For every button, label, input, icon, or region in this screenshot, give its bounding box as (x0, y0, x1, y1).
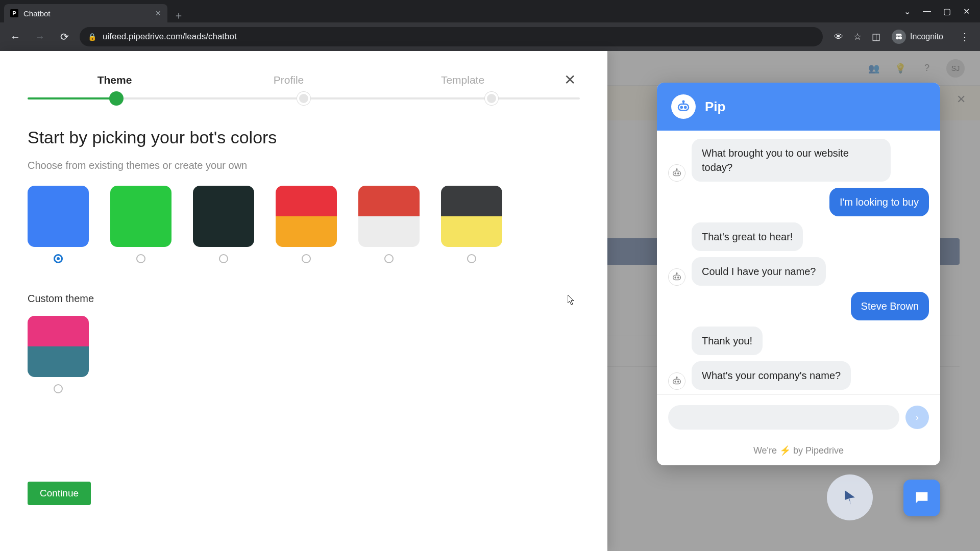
tab-title: Chatbot (23, 9, 150, 18)
chat-input-row: › (657, 394, 940, 440)
custom-theme-row (28, 316, 580, 393)
chat-message-row: Steve Brown (668, 292, 929, 320)
back-button[interactable]: ← (6, 28, 24, 46)
bot-message: What's your company's name? (692, 361, 851, 390)
preset-theme-option-3[interactable] (276, 186, 337, 263)
svg-rect-12 (673, 275, 681, 280)
url-text: uifeed.pipedrive.com/leads/chatbot (103, 32, 237, 42)
svg-point-14 (678, 277, 679, 278)
svg-point-8 (675, 173, 676, 174)
stepper-step-profile[interactable]: Profile (202, 74, 376, 86)
chat-footer: We're ⚡ by Pipedrive (657, 440, 940, 465)
close-tab-icon[interactable]: ✕ (155, 9, 161, 17)
browser-menu-icon[interactable]: ⋮ (955, 28, 974, 46)
theme-radio[interactable] (219, 254, 228, 263)
window-controls: ⌄ — ▢ ✕ (904, 0, 980, 22)
address-bar[interactable]: 🔒 uifeed.pipedrive.com/leads/chatbot (80, 27, 823, 46)
new-tab-button[interactable]: ＋ (167, 9, 190, 22)
theme-radio[interactable] (54, 384, 63, 393)
bolt-icon: ⚡ (779, 445, 791, 456)
chat-header: Pip (657, 83, 940, 131)
tab-favicon: P (10, 9, 18, 17)
stepper-dot-active (109, 91, 124, 106)
svg-point-0 (896, 36, 899, 39)
user-message: Steve Brown (851, 292, 929, 320)
bot-avatar-icon (668, 372, 685, 390)
reload-button[interactable]: ⟳ (55, 28, 74, 46)
minimize-icon[interactable]: — (923, 7, 931, 16)
chat-messages: What brought you to our website today?I'… (657, 131, 940, 394)
bot-avatar-icon (668, 268, 685, 286)
dropdown-icon[interactable]: ⌄ (904, 7, 911, 16)
user-message: I'm looking to buy (829, 188, 929, 216)
chat-message-row: Could I have your name? (668, 257, 929, 286)
chatbot-setup-panel: Theme Profile Template ✕ Start by pickin… (0, 51, 607, 551)
chat-bot-name: Pip (705, 99, 725, 115)
chat-message-row: What's your company's name? (668, 361, 929, 390)
setup-stepper: Theme Profile Template ✕ (28, 71, 580, 88)
chat-message-row: What brought you to our website today? (668, 139, 929, 182)
preset-theme-option-1[interactable] (110, 186, 172, 263)
theme-radio[interactable] (467, 254, 476, 263)
panel-subtitle: Choose from existing themes or create yo… (28, 160, 580, 171)
browser-tab-strip: P Chatbot ✕ ＋ ⌄ — ▢ ✕ (0, 0, 980, 22)
eye-off-icon[interactable]: 👁 (834, 32, 843, 42)
forward-button[interactable]: → (31, 28, 49, 46)
theme-radio[interactable] (54, 254, 63, 263)
svg-point-11 (676, 169, 677, 170)
incognito-icon (892, 30, 906, 44)
stepper-progress (28, 97, 580, 99)
preset-theme-option-5[interactable] (441, 186, 502, 263)
preset-theme-option-4[interactable] (358, 186, 420, 263)
close-panel-icon[interactable]: ✕ (560, 71, 580, 88)
svg-point-6 (683, 101, 684, 103)
incognito-badge[interactable]: Incognito (892, 30, 949, 44)
svg-rect-7 (673, 171, 681, 176)
bot-message: That's great to hear! (692, 222, 803, 251)
star-icon[interactable]: ☆ (853, 31, 862, 42)
svg-point-19 (678, 381, 679, 382)
lock-icon: 🔒 (88, 33, 96, 41)
preset-theme-option-2[interactable] (193, 186, 254, 263)
custom-theme-option-0[interactable] (28, 316, 89, 393)
browser-tab[interactable]: P Chatbot ✕ (4, 4, 167, 22)
panel-icon[interactable]: ◫ (872, 31, 880, 42)
preset-theme-option-0[interactable] (28, 186, 89, 263)
theme-radio[interactable] (136, 254, 145, 263)
svg-rect-17 (673, 379, 681, 384)
browser-toolbar: ← → ⟳ 🔒 uifeed.pipedrive.com/leads/chatb… (0, 22, 980, 51)
svg-point-16 (676, 273, 677, 274)
theme-radio[interactable] (302, 254, 311, 263)
bot-message: Could I have your name? (692, 257, 826, 286)
incognito-label: Incognito (910, 32, 943, 41)
svg-point-21 (676, 377, 677, 378)
bot-avatar-icon (668, 164, 685, 182)
bot-message: Thank you! (692, 327, 763, 355)
svg-rect-2 (678, 104, 689, 111)
pointer-indicator (827, 474, 873, 520)
chat-launcher-button[interactable] (903, 480, 940, 516)
svg-point-4 (684, 107, 686, 108)
stepper-step-template[interactable]: Template (376, 74, 550, 86)
chat-message-row: I'm looking to buy (668, 188, 929, 216)
custom-theme-label: Custom theme (28, 293, 580, 305)
panel-title: Start by picking your bot's colors (28, 128, 580, 147)
svg-point-9 (678, 173, 679, 174)
chat-send-button[interactable]: › (905, 406, 929, 429)
svg-point-3 (681, 107, 682, 108)
chat-text-input[interactable] (668, 405, 899, 430)
svg-point-1 (899, 36, 902, 39)
bot-avatar-icon (671, 94, 696, 119)
svg-point-13 (675, 277, 676, 278)
continue-button[interactable]: Continue (28, 482, 91, 505)
theme-radio[interactable] (384, 254, 394, 263)
chat-message-row: That's great to hear! (668, 222, 929, 251)
close-window-icon[interactable]: ✕ (963, 7, 970, 16)
chatbot-preview: Pip What brought you to our website toda… (657, 83, 940, 465)
stepper-dot (297, 92, 310, 105)
stepper-step-theme[interactable]: Theme (28, 74, 202, 86)
maximize-icon[interactable]: ▢ (943, 7, 951, 16)
chat-message-row: Thank you! (668, 327, 929, 355)
bot-message: What brought you to our website today? (692, 139, 891, 182)
theme-options (28, 186, 580, 263)
